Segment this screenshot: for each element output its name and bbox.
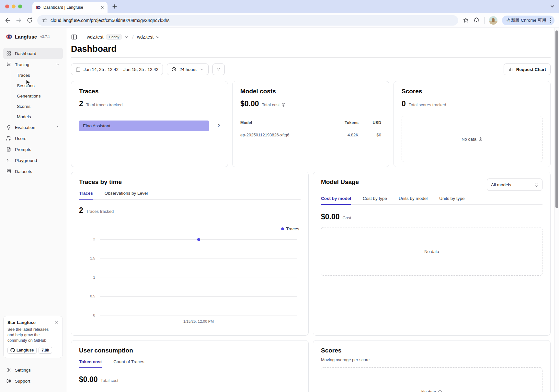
browser-window: Dashboard | Langfuse cloud.langfuse.com/…: [0, 0, 559, 392]
tab-units-by-model[interactable]: Units by model: [399, 196, 428, 204]
sidebar-item-playground[interactable]: Playground: [3, 155, 63, 166]
database-icon: [6, 169, 11, 174]
card-title: User consumption: [79, 347, 301, 354]
brand[interactable]: Langfuse v3.7.1: [3, 32, 63, 41]
date-range-picker[interactable]: Jan 14, 25 : 12:42 – Jan 15, 25 : 12:42: [71, 63, 163, 75]
y-tick: 1.5: [79, 256, 95, 260]
back-icon[interactable]: [5, 17, 11, 24]
y-tick: 0.5: [79, 294, 95, 298]
sidebar-item-settings[interactable]: Settings: [3, 364, 63, 375]
traces-tracked-count: 2: [79, 206, 83, 215]
sidebar-item-traces[interactable]: Traces: [11, 70, 63, 80]
chrome-update-label: 有新版 Chrome 可用: [507, 17, 546, 23]
card-title: Scores: [402, 88, 542, 95]
model-usage-card: Model Usage All models Cost by model Cos…: [313, 172, 551, 336]
profile-avatar[interactable]: [489, 16, 497, 25]
minimize-window-button[interactable]: [12, 5, 16, 8]
traces-line-chart: Traces 2 1.5 1 0.5 0: [79, 217, 301, 331]
brand-name: Langfuse: [15, 34, 37, 40]
extensions-icon[interactable]: [473, 17, 480, 23]
github-star-button[interactable]: Langfuse: [7, 347, 37, 354]
forward-icon[interactable]: [16, 17, 22, 24]
sidebar-item-support[interactable]: Support: [3, 375, 63, 386]
sidebar-item-evaluation[interactable]: Evaluation: [3, 122, 63, 133]
tab-observations-by-level[interactable]: Observations by Level: [105, 191, 148, 199]
scores-overview-card: Scores 0 Total scores tracked No data: [394, 81, 551, 167]
sidebar-item-dashboard[interactable]: Dashboard: [3, 48, 63, 59]
trace-name-bar[interactable]: Eino Assistant: [79, 121, 209, 131]
project-name[interactable]: wdz.test: [137, 34, 154, 40]
scores-timeseries-card: Scores Moving average per score No data: [313, 340, 551, 392]
table-row[interactable]: ep-20250112193826-xftq6 4.82K $0: [240, 128, 381, 137]
sidebar-item-tracing[interactable]: Tracing: [3, 59, 63, 70]
sidebar-item-label: Dashboard: [15, 51, 36, 56]
github-star-count: 7.8k: [39, 347, 52, 354]
close-window-button[interactable]: [5, 5, 9, 8]
y-tick: 0: [79, 313, 95, 317]
sidebar-item-models[interactable]: Models: [11, 111, 63, 122]
model-costs-total: $0.00: [240, 99, 259, 108]
tab-count-of-traces[interactable]: Count of Traces: [113, 359, 144, 368]
model-filter-select[interactable]: All models: [487, 179, 542, 191]
browser-tab[interactable]: Dashboard | Langfuse: [32, 2, 108, 13]
new-tab-button[interactable]: [111, 3, 118, 10]
traces-by-time-tabs: Traces Observations by Level: [79, 191, 301, 200]
tab-token-cost[interactable]: Token cost: [79, 359, 102, 368]
sidebar-item-generations[interactable]: Generations: [11, 91, 63, 101]
data-point-traces[interactable]: [197, 238, 200, 241]
model-usage-caption: Cost: [343, 215, 351, 220]
chrome-update-button[interactable]: 有新版 Chrome 可用: [502, 16, 554, 25]
window-controls: [5, 5, 22, 8]
sidebar-item-datasets[interactable]: Datasets: [3, 166, 63, 177]
toolbar-divider: [484, 17, 485, 24]
reload-icon[interactable]: [27, 17, 33, 23]
maximize-window-button[interactable]: [18, 5, 22, 8]
model-name: ep-20250112193826-xftq6: [240, 133, 328, 137]
sidebar-item-users[interactable]: Users: [3, 133, 63, 144]
calendar-icon: [75, 67, 81, 72]
langfuse-logo-icon: [6, 34, 12, 40]
org-name[interactable]: wdz.test: [87, 34, 103, 40]
filter-button[interactable]: [212, 63, 225, 75]
info-icon[interactable]: [438, 390, 442, 392]
langfuse-favicon: [36, 5, 41, 10]
scrollbar-track[interactable]: [554, 28, 559, 392]
sidebar-item-prompts[interactable]: Prompts: [3, 144, 63, 155]
github-icon: [10, 348, 15, 352]
info-icon[interactable]: [281, 103, 286, 107]
tab-search-icon[interactable]: [550, 4, 555, 9]
sidebar-item-scores[interactable]: Scores: [11, 101, 63, 111]
terminal-icon: [6, 158, 11, 163]
site-settings-icon[interactable]: [42, 17, 47, 23]
sidebar-item-label: Sessions: [17, 83, 35, 88]
address-bar[interactable]: cloud.langfuse.com/project/cm50idm0208mx…: [37, 15, 458, 26]
project-switcher-chevron-icon[interactable]: [155, 35, 160, 40]
tab-cost-by-model[interactable]: Cost by model: [321, 196, 351, 204]
time-preset-dropdown[interactable]: 24 hours: [167, 63, 209, 75]
model-tokens: 4.82K: [328, 133, 359, 137]
request-chart-button[interactable]: Request Chart: [504, 63, 551, 75]
close-icon[interactable]: [54, 320, 59, 324]
traces-card: Traces 2 Total traces tracked Eino Assis…: [71, 81, 228, 167]
bookmark-star-icon[interactable]: [463, 17, 469, 23]
file-icon: [6, 147, 11, 152]
no-data-label: No data: [421, 389, 436, 392]
tab-title: Dashboard | Langfuse: [43, 5, 98, 10]
no-data-label: No data: [462, 137, 476, 142]
sidebar-toggle-icon[interactable]: [71, 34, 77, 40]
tab-cost-by-type[interactable]: Cost by type: [363, 196, 387, 204]
select-chevrons-icon: [535, 182, 538, 187]
bar-chart-icon: [508, 67, 513, 72]
col-tokens: Tokens: [328, 121, 359, 125]
sidebar-item-sessions[interactable]: Sessions: [11, 80, 63, 91]
info-icon[interactable]: [478, 137, 483, 141]
tab-units-by-type[interactable]: Units by type: [439, 196, 464, 204]
tab-close-icon[interactable]: [100, 6, 104, 9]
no-data-box: No data: [402, 116, 542, 162]
browser-menu-icon[interactable]: [549, 17, 553, 24]
org-switcher-chevron-icon[interactable]: [124, 35, 129, 40]
scrollbar-thumb[interactable]: [555, 30, 558, 208]
sidebar-item-label: Generations: [17, 94, 41, 98]
tab-traces[interactable]: Traces: [79, 191, 93, 199]
user-consumption-card: User consumption Token cost Count of Tra…: [71, 340, 309, 392]
